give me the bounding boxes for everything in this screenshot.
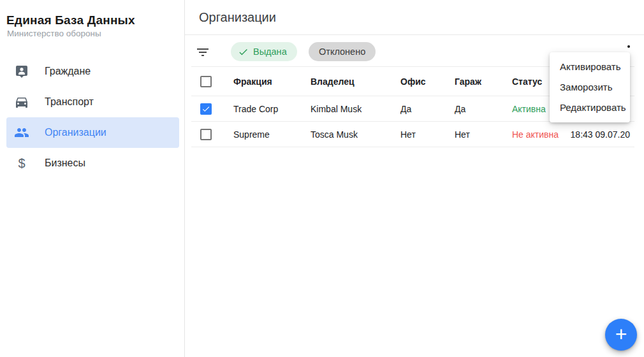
filter-chip-rejected[interactable]: Отклонено: [309, 42, 376, 61]
id-card-icon: [14, 64, 29, 79]
sidebar-nav: Граждане Транспорт Организации: [0, 56, 185, 178]
app-subtitle: Министерство обороны: [7, 29, 101, 38]
page: Единая База Данных Министерство обороны …: [0, 0, 644, 357]
main-content: Организации Выдана Отклонено: [185, 0, 644, 357]
cell-date: 18:43 09.07.20: [561, 129, 634, 140]
chip-label: Отклонено: [319, 47, 365, 57]
chip-label: Выдана: [253, 47, 287, 57]
select-all-checkbox[interactable]: [200, 76, 212, 87]
filter-chip-issued[interactable]: Выдана: [231, 42, 297, 61]
filter-icon: [195, 45, 210, 60]
sidebar-item-label: Граждане: [45, 66, 91, 77]
sidebar-item-citizens[interactable]: Граждане: [6, 56, 179, 87]
status-badge: Не активна: [512, 129, 561, 140]
column-header-owner: Владелец: [311, 76, 400, 87]
filter-button[interactable]: [195, 44, 218, 61]
page-title: Организации: [199, 10, 276, 25]
cell-office: Да: [400, 104, 455, 114]
column-header-garage: Гараж: [455, 76, 512, 87]
row-checkbox[interactable]: [200, 129, 212, 140]
sidebar: Единая База Данных Министерство обороны …: [0, 0, 185, 357]
menu-item-edit[interactable]: Редактировать: [550, 98, 630, 118]
people-icon: [14, 125, 29, 140]
sidebar-item-label: Бизнесы: [45, 157, 85, 169]
menu-item-activate[interactable]: Активировать: [550, 57, 630, 77]
sidebar-item-organizations[interactable]: Организации: [6, 117, 179, 148]
sidebar-item-label: Организации: [45, 127, 106, 138]
menu-item-freeze[interactable]: Заморозить: [550, 77, 630, 98]
dollar-icon: $: [14, 156, 29, 171]
check-icon: [238, 47, 249, 57]
dollar-glyph: $: [18, 156, 25, 171]
kebab-menu-icon[interactable]: [627, 45, 630, 48]
sidebar-item-label: Транспорт: [45, 96, 94, 108]
app-title: Единая База Данных: [6, 13, 135, 27]
car-icon: [14, 94, 29, 110]
context-menu: Активировать Заморозить Редактировать: [550, 52, 630, 122]
column-header-office: Офис: [400, 76, 455, 87]
add-organization-fab[interactable]: +: [605, 319, 637, 351]
cell-owner: Tosca Musk: [311, 129, 400, 140]
sidebar-item-businesses[interactable]: $ Бизнесы: [6, 148, 179, 178]
topbar: Организации: [185, 0, 644, 35]
cell-owner: Kimbal Musk: [311, 104, 400, 114]
cell-office: Нет: [400, 129, 455, 140]
cell-fraction: Trade Corp: [233, 104, 311, 114]
cell-fraction: Supreme: [233, 129, 311, 140]
row-checkbox[interactable]: [200, 103, 212, 115]
column-header-fraction: Фракция: [233, 76, 311, 87]
cell-garage: Нет: [455, 129, 512, 140]
plus-icon: +: [615, 324, 627, 344]
table-row[interactable]: Supreme Tosca Musk Нет Нет Не активна 18…: [191, 122, 634, 147]
sidebar-item-transport[interactable]: Транспорт: [6, 87, 179, 117]
cell-garage: Да: [455, 104, 512, 114]
